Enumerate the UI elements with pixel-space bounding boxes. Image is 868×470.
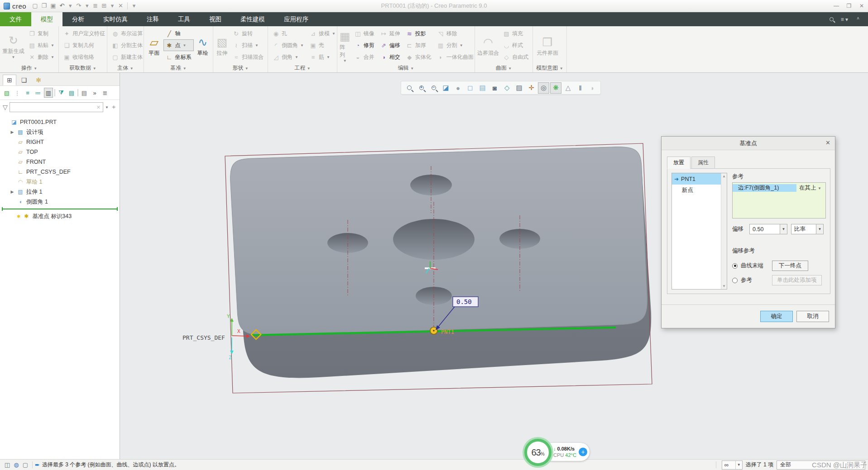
reference-collector[interactable]: 边:F7(倒圆角_1) 在其上 ▼ — [732, 182, 826, 218]
reference-radio[interactable] — [732, 278, 738, 283]
ribbon-group-label-6[interactable]: 编辑 ▼ — [337, 64, 475, 72]
tab-applications[interactable]: 应用程序 — [274, 12, 318, 26]
rib-button[interactable]: ≡筋▼ — [307, 51, 338, 63]
tree-item-plane-front[interactable]: ▱FRONT — [0, 157, 120, 167]
revolve-button[interactable]: ↻旋转 — [230, 28, 266, 39]
tab-flexible-modeling[interactable]: 柔性建模 — [231, 12, 274, 26]
round-dropdown-arrow-icon[interactable]: ▼ — [300, 43, 304, 47]
model-tree-tab[interactable]: ⊞ — [3, 75, 16, 85]
customize-toolbar-arrow-icon[interactable]: ▾ — [130, 1, 138, 11]
folder-browser-tab[interactable]: ❏ — [17, 75, 31, 85]
memory-usage-gauge[interactable]: 63 % — [524, 439, 551, 466]
panel-toggle-icon[interactable]: ◫ — [3, 461, 12, 468]
sweep-dropdown-arrow-icon[interactable]: ▼ — [255, 43, 259, 47]
rib-dropdown-arrow-icon[interactable]: ▼ — [326, 55, 330, 59]
close-window-icon[interactable]: ✕ — [117, 1, 125, 11]
paste-dropdown-arrow-icon[interactable]: ▼ — [51, 43, 54, 47]
reference-mode-dropdown[interactable]: 在其上 ▼ — [796, 184, 825, 192]
new-file-icon[interactable]: ▢ — [31, 1, 39, 11]
point-list-item-new[interactable]: 新点 — [672, 185, 721, 196]
collapse-ribbon-icon[interactable]: ＾ — [855, 15, 861, 23]
search-tool-combo[interactable]: ∞ ▼ — [722, 461, 743, 470]
delete-button[interactable]: ✕删除▼ — [26, 51, 57, 63]
round-button[interactable]: ◜倒圆角▼ — [270, 39, 306, 51]
web-browser-icon[interactable]: ◍ — [12, 461, 21, 468]
next-end-button[interactable]: 下一终点 — [772, 261, 808, 271]
undo-arrow-icon[interactable]: ▾ — [67, 1, 74, 11]
ribbon-group-label-5[interactable]: 工程 ▼ — [268, 64, 337, 72]
divide-button[interactable]: ▥分割▼ — [435, 39, 476, 51]
show-columns-icon[interactable]: ▥ — [44, 88, 53, 98]
tab-view[interactable]: 视图 — [200, 12, 231, 26]
ribbon-group-label-7[interactable]: 曲面 ▼ — [475, 64, 532, 72]
cancel-button[interactable]: 取消 — [796, 311, 829, 322]
offset-type-combo[interactable]: 比率 ▼ — [791, 224, 824, 234]
dialog-title-bar[interactable]: 基准点 ✕ — [662, 137, 835, 150]
curve-end-radio[interactable] — [732, 263, 738, 269]
tree-item-datum-point-feature[interactable]: ✱✱基准点 标识343 — [0, 211, 120, 221]
tab-properties[interactable]: 属性 — [691, 157, 715, 169]
offset-type-arrow-icon[interactable]: ▼ — [816, 224, 823, 234]
ribbon-group-label-3[interactable]: 基准 ▼ — [144, 64, 213, 72]
open-file-icon[interactable]: ❐ — [40, 1, 48, 11]
tree-item-sketch-1[interactable]: ◠草绘 1 — [0, 177, 120, 187]
close-button[interactable]: ✕ — [855, 0, 868, 12]
redo-arrow-icon[interactable]: ▾ — [83, 1, 91, 11]
shell-button[interactable]: ▣壳 — [307, 39, 338, 51]
graphics-area[interactable]: +−◪●◻▤◙◇▨✛◎❋△‖◗ — [120, 73, 868, 459]
save-icon[interactable]: ▣ — [49, 1, 57, 11]
tree-item-root[interactable]: ◪PRT0001.PRT — [0, 117, 120, 127]
draft-dropdown-arrow-icon[interactable]: ▼ — [332, 32, 336, 36]
boundary-blend-button[interactable]: ◠边界混合 — [477, 28, 499, 64]
merge-button[interactable]: ◒合并 — [352, 51, 377, 63]
settings-list-icon[interactable]: ▤ — [80, 88, 89, 98]
search-tool-arrow-icon[interactable]: ▼ — [735, 461, 742, 469]
remove-button[interactable]: ◹移除 — [435, 28, 476, 39]
extend-button[interactable]: ↦延伸 — [378, 28, 403, 39]
ribbon-group-label-2[interactable]: 主体 ▼ — [107, 64, 144, 72]
expand-all-icon[interactable]: ≡ — [23, 88, 32, 98]
draft-button[interactable]: ⊿拔模▼ — [307, 28, 338, 39]
unite-surface-button[interactable]: ◗一体化曲面 — [435, 51, 476, 63]
favorites-tab[interactable]: ✻ — [32, 75, 45, 85]
tab-annotate[interactable]: 注释 — [137, 12, 168, 26]
csys-button[interactable]: ∟坐标系 — [163, 51, 194, 63]
maximize-button[interactable]: ❐ — [843, 0, 855, 12]
show-model-tree-icon[interactable]: ▧ — [2, 88, 11, 98]
ribbon-group-label-0[interactable]: 操作 ▼ — [0, 64, 58, 72]
solidify-button[interactable]: ◆实体化 — [403, 51, 434, 63]
minimize-button[interactable]: — — [830, 0, 843, 12]
tab-analysis[interactable]: 分析 — [62, 12, 94, 26]
tab-placement[interactable]: 放置 — [667, 157, 691, 169]
copy-geometry-button[interactable]: ❏复制几何 — [61, 39, 107, 51]
axis-button[interactable]: ╱轴 — [163, 28, 194, 39]
offset-button[interactable]: ⇗偏移 — [378, 39, 403, 51]
tree-item-design-items[interactable]: ▶▤设计项 — [0, 127, 120, 137]
extrude-button[interactable]: ▧拉伸 — [215, 28, 229, 64]
point-button[interactable]: ✱点▼ — [163, 39, 194, 51]
offset-value-arrow-icon[interactable]: ▼ — [780, 224, 787, 234]
tree-search-input[interactable]: ✕ — [10, 102, 103, 112]
tab-tools[interactable]: 工具 — [168, 12, 200, 26]
freestyle-button[interactable]: ◇自由式 — [500, 51, 531, 63]
undo-icon[interactable]: ↶ — [58, 1, 66, 11]
ribbon-group-label-1[interactable]: 获取数据 ▼ — [59, 64, 107, 72]
dialog-close-icon[interactable]: ✕ — [825, 139, 830, 146]
component-interface-button[interactable]: ❒元件界面 — [535, 28, 560, 64]
hole-button[interactable]: ◉孔 — [270, 28, 306, 39]
offset-value-combo[interactable]: 0.50 ▼ — [749, 224, 787, 234]
options-icon[interactable]: ≡ ▾ — [841, 16, 848, 23]
tree-item-round-1[interactable]: ◖倒圆角 1 — [0, 197, 120, 207]
trim-button[interactable]: ◔修剪 — [352, 39, 377, 51]
paste-special-icon[interactable]: ▤ — [67, 88, 76, 98]
ok-button[interactable]: 确定 — [760, 311, 793, 322]
tab-model[interactable]: 模型 — [31, 12, 62, 26]
copy-button[interactable]: ❐复制 — [26, 28, 57, 39]
point-list-scrollbar[interactable]: ▲▼ — [721, 173, 727, 289]
pattern-dropdown-arrow-icon[interactable]: ▼ — [343, 59, 347, 63]
filter-tree-icon[interactable]: ⧩ — [57, 88, 66, 98]
sketch-button[interactable]: ∿草绘 — [195, 28, 211, 64]
add-filter-button[interactable]: ＋ — [110, 103, 117, 111]
expand-monitor-button[interactable]: + — [579, 448, 587, 456]
mirror-button[interactable]: ◫镜像 — [352, 28, 377, 39]
